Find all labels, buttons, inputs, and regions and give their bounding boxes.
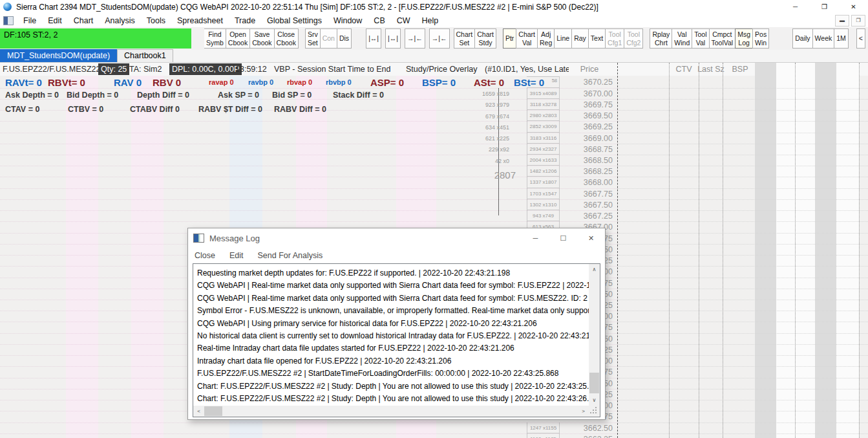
bid-ask-depth-value: 923 x979 [452, 102, 509, 108]
message-log-menu-edit[interactable]: Edit [229, 251, 244, 260]
pointer-button[interactable]: Ptr [503, 28, 516, 49]
daily-period-button[interactable]: Daily [792, 28, 812, 49]
depth-cell: 2004 x1633 [527, 155, 560, 166]
chartbook-tab-bar: MDT_StudentsDOM(update)Chartbook1 [0, 50, 868, 63]
study-value: CTAV = 0 [5, 105, 39, 114]
status-study2: Study/Price Overlay [406, 63, 477, 76]
one-minute-period-button[interactable]: 1M [834, 28, 849, 49]
open-chartbook-button[interactable]: OpenCbook [226, 28, 250, 49]
week-period-button[interactable]: Week [812, 28, 835, 49]
message-log-text-area[interactable]: Requesting market depth updates for: F.U… [193, 264, 589, 406]
row-gridline [617, 422, 868, 423]
column-separator [669, 63, 670, 438]
price-cell: 3667.50 [555, 201, 613, 210]
compact-tool-values-button[interactable]: CmpctToolVal [709, 28, 736, 49]
menu-trade[interactable]: Trade [229, 16, 261, 25]
tab-chartbook1[interactable]: Chartbook1 [117, 49, 173, 62]
scroll-left-icon[interactable]: < [193, 406, 204, 417]
log-line: Intraday chart data file opened for F.US… [197, 355, 589, 367]
vertical-scroll-thumb[interactable] [589, 373, 599, 393]
row-gridline [617, 278, 868, 278]
menu-spreadsheet[interactable]: Spreadsheet [171, 16, 229, 25]
menu-help[interactable]: Help [416, 16, 445, 25]
menu-tools[interactable]: Tools [141, 16, 171, 25]
line-tool-button[interactable]: Line [554, 28, 572, 49]
price-cell: 3669.50 [555, 111, 613, 120]
menu-cw[interactable]: CW [391, 16, 416, 25]
menu-bar: FileEditChartAnalysisToolsSpreadsheetTra… [0, 14, 868, 27]
toolbar-scroll-left-button[interactable]: < [856, 28, 865, 49]
find-symbol-button[interactable]: FindSymb [204, 28, 226, 49]
row-gridline [617, 144, 868, 144]
buy-column[interactable] [755, 63, 776, 438]
increase-bar-spacing-button[interactable]: |↔| [366, 28, 381, 49]
menu-edit[interactable]: Edit [42, 16, 68, 25]
status-time: 13:59:12 [235, 63, 267, 76]
recent-volume-value: 2807 [482, 170, 516, 181]
adjust-region-button[interactable]: AdjReg [537, 28, 555, 49]
scroll-right-icon[interactable]: > [578, 406, 589, 417]
menu-cb[interactable]: CB [368, 16, 390, 25]
row-gridline [0, 133, 617, 133]
depth-cell: 1247 x1155 [527, 422, 560, 433]
increase-bar-spacing-alt-button[interactable]: |↔| [385, 28, 401, 49]
row-gridline [617, 155, 868, 155]
maximize-button[interactable]: ❐ [810, 0, 839, 14]
menu-file[interactable]: File [17, 16, 42, 25]
scroll-down-icon[interactable]: ∨ [589, 395, 600, 406]
depth-cell: 2934 x2327 [527, 144, 560, 155]
column-separator [795, 63, 796, 438]
message-log-horizontal-scrollbar[interactable]: < > [193, 406, 589, 417]
menu-global-settings[interactable]: Global Settings [261, 16, 328, 25]
row-gridline [617, 344, 868, 345]
row-gridline [0, 177, 617, 177]
disconnect-button[interactable]: Dis [337, 28, 352, 49]
tab-mdt-studentsdom-update-[interactable]: MDT_StudentsDOM(update) [0, 49, 117, 62]
decrease-bar-spacing-button[interactable]: →|← [405, 28, 425, 49]
message-log-button[interactable]: MsgLog [735, 28, 753, 49]
price-cell: 3669.75 [555, 100, 613, 109]
log-line: No historical data client is currently s… [197, 330, 589, 342]
close-button[interactable]: ✕ [839, 0, 868, 14]
row-gridline [617, 378, 868, 378]
message-log-minimize-button[interactable]: ─ [522, 228, 549, 248]
tool-values-button[interactable]: ToolVal [692, 28, 709, 49]
chart-values-button[interactable]: ChartVal [516, 28, 538, 49]
tool-config-1-button[interactable]: ToolCfg1 [605, 28, 624, 49]
resize-grip[interactable] [589, 406, 600, 417]
scroll-up-icon[interactable]: ∧ [589, 264, 600, 275]
position-window-button[interactable]: PosWin [752, 28, 769, 49]
message-log-maximize-button[interactable]: ☐ [549, 228, 577, 248]
horizontal-scroll-thumb[interactable] [204, 406, 222, 416]
chart-settings-button[interactable]: ChartSet [454, 28, 476, 49]
menu-window[interactable]: Window [328, 16, 368, 25]
message-log-menu-close[interactable]: Close [195, 251, 215, 260]
minimize-button[interactable]: ─ [781, 0, 810, 14]
message-log-menu-send-for-analysis[interactable]: Send For Analysis [258, 251, 323, 260]
mdi-minimize-button[interactable]: ▬ [835, 15, 849, 27]
tool-config-2-button[interactable]: ToolCfg2 [624, 28, 643, 49]
mdi-restore-button[interactable]: ❐ [851, 15, 865, 27]
sell-column[interactable] [815, 63, 836, 438]
message-log-vertical-scrollbar[interactable]: ∧ ∨ [589, 264, 600, 406]
chart-studies-button[interactable]: ChartStdy [474, 28, 496, 49]
row-gridline [617, 177, 868, 177]
column-separator [699, 63, 699, 438]
menu-analysis[interactable]: Analysis [99, 16, 141, 25]
text-tool-button[interactable]: Text [588, 28, 606, 49]
price-cell: 3670.00 [555, 89, 613, 98]
message-log-close-button[interactable]: ✕ [577, 228, 605, 248]
connect-button[interactable]: Con [320, 28, 337, 49]
menu-chart[interactable]: Chart [68, 16, 100, 25]
row-gridline [617, 300, 868, 300]
replay-chart-button[interactable]: RplayChrt [650, 28, 672, 49]
values-window-button[interactable]: ValWind [672, 28, 692, 49]
study-value: Stack Diff = 0 [333, 91, 384, 100]
server-settings-button[interactable]: SrvSet [305, 28, 321, 49]
row-gridline [617, 166, 868, 166]
close-chartbook-button[interactable]: CloseCbook [274, 28, 299, 49]
save-chartbook-button[interactable]: SaveCbook [249, 28, 274, 49]
study-value: ASt= 0 [474, 77, 504, 88]
decrease-bar-spacing-alt-button[interactable]: →|← [429, 28, 450, 49]
ray-tool-button[interactable]: Ray [571, 28, 589, 49]
